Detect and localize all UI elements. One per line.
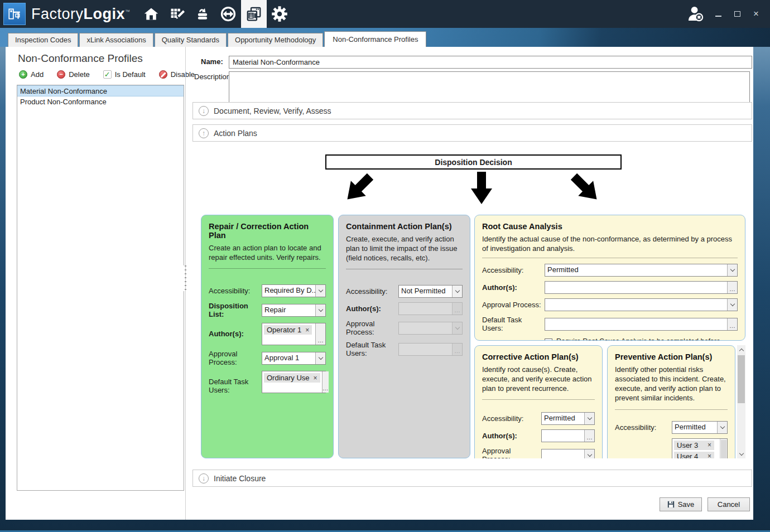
section-action-plans[interactable]: ↑ Action Plans xyxy=(192,124,752,142)
ellipsis-button[interactable]: … xyxy=(322,371,329,393)
nav-transfer-button[interactable] xyxy=(215,0,241,28)
require-rca-checkbox[interactable] xyxy=(545,338,552,341)
bottom-panels-viewport: Corrective Action Plan(s) Identify root … xyxy=(474,345,745,458)
corrective-authors-field[interactable]: … xyxy=(541,429,595,442)
save-label: Save xyxy=(678,500,695,509)
disable-icon xyxy=(159,70,167,79)
containment-approval-label: Approval Process: xyxy=(346,320,398,336)
scrollbar-thumb[interactable] xyxy=(721,440,726,458)
scroll-down-button[interactable] xyxy=(737,450,745,458)
repair-approval-label: Approval Process: xyxy=(209,350,262,366)
cancel-button[interactable]: Cancel xyxy=(708,497,750,511)
profiles-toolbar: + Add − Delete ✓ Is Default Disable xyxy=(19,70,195,79)
minimize-button[interactable] xyxy=(710,7,726,21)
repair-default-users-field[interactable]: Ordinary Use× … xyxy=(262,371,326,393)
remove-tag-icon[interactable]: × xyxy=(305,326,309,334)
tab-non-conformance-profiles[interactable]: Non-Conformance Profiles xyxy=(324,31,426,47)
maximize-button[interactable] xyxy=(729,7,745,21)
description-input[interactable] xyxy=(229,71,750,103)
tag-user-4: User 4× xyxy=(674,452,714,458)
rca-authors-field[interactable]: … xyxy=(545,281,738,294)
tab-xlink-associations[interactable]: xLink Associations xyxy=(79,33,153,47)
desk-icon xyxy=(7,7,22,21)
tab-opportunity-methodology[interactable]: Opportunity Methodology xyxy=(228,33,323,47)
divider xyxy=(209,268,326,269)
rca-title: Root Cause Analysis xyxy=(482,222,738,231)
save-button[interactable]: Save xyxy=(660,497,702,511)
repair-accessibility-select[interactable]: Required By D... xyxy=(262,284,326,297)
nav-home-button[interactable] xyxy=(138,0,164,28)
add-button[interactable]: + Add xyxy=(19,70,44,79)
name-input[interactable] xyxy=(229,56,752,69)
corrective-approval-select[interactable] xyxy=(541,449,595,458)
forms-icon xyxy=(246,6,262,22)
ellipsis-button[interactable]: … xyxy=(727,318,737,330)
require-rca-label: Require Root Cause Analysis to be comple… xyxy=(556,337,738,341)
divider xyxy=(346,269,463,269)
arrow-down-left-icon xyxy=(341,171,376,205)
chevron-down-icon xyxy=(315,304,325,316)
scroll-up-button[interactable] xyxy=(737,345,745,354)
rca-default-users-field[interactable]: … xyxy=(545,318,738,331)
maximize-icon xyxy=(734,11,740,17)
corrective-authors-label: Author(s): xyxy=(482,432,541,440)
panel-repair-correction: Repair / Correction Action Plan Create a… xyxy=(201,215,334,458)
panels-scrollbar[interactable] xyxy=(737,345,745,458)
ellipsis-button[interactable]: … xyxy=(584,430,594,442)
add-icon: + xyxy=(19,70,27,79)
list-item-material-non-conformance[interactable]: Material Non-Conformance xyxy=(17,85,184,96)
rca-authors-label: Author(s): xyxy=(482,283,545,292)
preventive-accessibility-select[interactable]: Permitted xyxy=(672,421,728,434)
repair-title: Repair / Correction Action Plan xyxy=(209,222,326,240)
rca-approval-select[interactable] xyxy=(545,298,738,311)
users-list-scrollbar[interactable] xyxy=(720,439,727,458)
remove-tag-icon[interactable]: × xyxy=(708,441,711,449)
list-item-product-non-conformance[interactable]: Product Non-Conformance xyxy=(17,96,184,108)
ellipsis-button[interactable]: … xyxy=(727,282,737,293)
ellipsis-button: … xyxy=(452,303,462,315)
tag-label: User 4 xyxy=(677,452,698,458)
nav-worksheets-button[interactable] xyxy=(164,0,190,28)
divider xyxy=(482,258,738,258)
user-account-button[interactable] xyxy=(683,3,708,25)
is-default-button[interactable]: ✓ Is Default xyxy=(103,70,146,79)
close-button[interactable]: × xyxy=(748,7,764,21)
tab-inspection-codes[interactable]: Inspection Codes xyxy=(8,33,78,47)
collapse-up-icon: ↑ xyxy=(199,128,209,138)
tag-label: Ordinary Use xyxy=(267,374,310,382)
nav-materials-button[interactable] xyxy=(190,0,215,28)
ellipsis-button[interactable]: … xyxy=(315,323,325,345)
delete-button[interactable]: − Delete xyxy=(57,70,90,79)
remove-tag-icon[interactable]: × xyxy=(708,452,711,458)
ellipsis-button: … xyxy=(452,344,462,355)
brand-logix: Logix xyxy=(84,6,126,22)
arrow-down-icon xyxy=(464,171,499,205)
nav-settings-button[interactable] xyxy=(267,0,292,28)
corrective-accessibility-select[interactable]: Permitted xyxy=(541,412,595,425)
chevron-down-icon xyxy=(315,285,325,297)
tab-quality-standards[interactable]: Quality Standards xyxy=(155,33,227,47)
containment-authors-field: … xyxy=(398,302,463,315)
preventive-users-list[interactable]: User 3× User 4× xyxy=(672,438,728,458)
add-label: Add xyxy=(31,70,44,79)
chevron-down-icon xyxy=(739,451,743,455)
nav-document-control-button[interactable] xyxy=(241,0,267,28)
section-document-review[interactable]: ↓ Document, Review, Verify, Assess xyxy=(192,102,752,119)
scrollbar-thumb[interactable] xyxy=(738,355,745,403)
preventive-description: Identify other potential risks associate… xyxy=(615,365,728,403)
repair-authors-field[interactable]: Operator 1× … xyxy=(262,323,326,345)
splitter-grip[interactable] xyxy=(183,265,188,291)
rca-accessibility-select[interactable]: Permitted xyxy=(545,264,738,277)
repair-disposition-select[interactable]: Repair xyxy=(262,304,326,317)
containment-accessibility-value: Not Permitted xyxy=(399,286,452,297)
section-initiate-closure[interactable]: ↓ Initiate Closure xyxy=(192,470,752,487)
repair-approval-select[interactable]: Approval 1 xyxy=(262,352,326,365)
tag-user-3: User 3× xyxy=(674,441,714,450)
disable-button[interactable]: Disable xyxy=(159,70,195,79)
containment-accessibility-select[interactable]: Not Permitted xyxy=(398,285,463,298)
panel-preventive: Preventive Action Plan(s) Identify other… xyxy=(607,345,735,458)
chevron-up-icon xyxy=(739,348,743,352)
close-icon: × xyxy=(753,8,759,20)
remove-tag-icon[interactable]: × xyxy=(314,374,317,382)
factorylogix-logo-icon xyxy=(3,3,26,25)
